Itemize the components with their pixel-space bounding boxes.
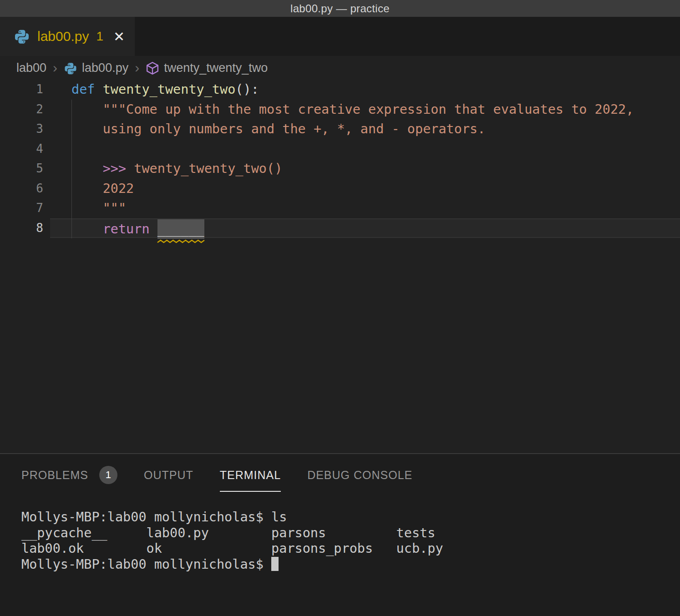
code-token: """ bbox=[71, 201, 126, 216]
line-number: 6 bbox=[0, 179, 43, 199]
panel-tab-label: DEBUG CONSOLE bbox=[307, 469, 412, 482]
code-editor[interactable]: 1def twenty_twenty_two():2 """Come up wi… bbox=[0, 80, 680, 453]
code-token bbox=[150, 222, 157, 237]
selected-placeholder: ______ bbox=[157, 219, 204, 239]
line-number: 1 bbox=[0, 80, 43, 100]
line-number: 8 bbox=[0, 218, 43, 238]
code-line-1[interactable]: 1def twenty_twenty_two(): bbox=[0, 80, 680, 100]
code-token: """Come up with the most creative expres… bbox=[103, 102, 634, 117]
line-number: 4 bbox=[0, 139, 43, 159]
editor-tab-lab00[interactable]: lab00.py 1 ✕ bbox=[0, 17, 135, 56]
code-line-3[interactable]: 3 using only numbers and the +, *, and -… bbox=[0, 119, 680, 139]
close-icon[interactable]: ✕ bbox=[113, 29, 125, 45]
code-line-5[interactable]: 5 >>> twenty_twenty_two() bbox=[0, 159, 680, 179]
line-number: 3 bbox=[0, 119, 43, 139]
code-line-6[interactable]: 6 2022 bbox=[0, 179, 680, 199]
problems-count-badge: 1 bbox=[99, 466, 117, 484]
tab-label: lab00.py bbox=[37, 29, 89, 44]
code-token: twenty_twenty_two bbox=[103, 82, 236, 97]
window-title: lab00.py — practice bbox=[290, 2, 390, 15]
line-number: 2 bbox=[0, 100, 43, 120]
code-token: 2022 bbox=[71, 181, 134, 196]
code-token: def bbox=[71, 82, 95, 97]
bottom-panel: PROBLEMS1OUTPUTTERMINALDEBUG CONSOLE Mol… bbox=[0, 453, 680, 616]
terminal-line: Mollys-MBP:lab00 mollynicholas$ bbox=[21, 557, 271, 572]
panel-tab-label: OUTPUT bbox=[144, 469, 193, 482]
code-token bbox=[71, 222, 103, 237]
code-text: return ______ bbox=[50, 218, 680, 238]
code-token: >>> bbox=[103, 161, 126, 176]
code-token: using only numbers and the +, *, and - o… bbox=[71, 121, 485, 136]
panel-tab-output[interactable]: OUTPUT bbox=[144, 469, 193, 492]
breadcrumb: lab00 › lab00.py › twenty_twenty_two bbox=[0, 56, 680, 80]
code-text: 2022 bbox=[43, 179, 680, 199]
warning-squiggle bbox=[157, 239, 204, 243]
line-number: 7 bbox=[0, 198, 43, 218]
terminal-line: __pycache__ lab00.py parsons tests bbox=[21, 525, 435, 540]
code-text: def twenty_twenty_two(): bbox=[43, 80, 680, 100]
panel-tab-bar: PROBLEMS1OUTPUTTERMINALDEBUG CONSOLE bbox=[0, 454, 680, 492]
breadcrumb-file[interactable]: lab00.py bbox=[82, 61, 128, 75]
panel-tab-terminal[interactable]: TERMINAL bbox=[220, 469, 281, 492]
code-line-4[interactable]: 4 bbox=[0, 139, 680, 159]
terminal-line: Mollys-MBP:lab00 mollynicholas$ ls bbox=[21, 510, 287, 525]
code-token bbox=[71, 161, 103, 176]
panel-tab-debug-console[interactable]: DEBUG CONSOLE bbox=[307, 469, 412, 492]
chevron-right-icon: › bbox=[53, 60, 57, 76]
line-number: 5 bbox=[0, 159, 43, 179]
code-token: return bbox=[103, 222, 150, 237]
code-token: twenty_twenty_two() bbox=[126, 161, 282, 176]
tab-bar: lab00.py 1 ✕ bbox=[0, 17, 680, 56]
code-text: """ bbox=[43, 198, 680, 218]
breadcrumb-symbol[interactable]: twenty_twenty_two bbox=[164, 61, 268, 75]
symbol-cube-icon bbox=[146, 61, 159, 75]
python-icon bbox=[14, 28, 30, 45]
panel-tab-label: PROBLEMS bbox=[21, 469, 88, 482]
code-line-2[interactable]: 2 """Come up with the most creative expr… bbox=[0, 100, 680, 120]
breadcrumb-folder[interactable]: lab00 bbox=[16, 61, 46, 75]
code-line-7[interactable]: 7 """ bbox=[0, 198, 680, 218]
code-text: >>> twenty_twenty_two() bbox=[43, 159, 680, 179]
terminal-line: lab00.ok ok parsons_probs ucb.py bbox=[21, 541, 443, 556]
tab-problems-count: 1 bbox=[96, 29, 103, 44]
code-text: using only numbers and the +, *, and - o… bbox=[43, 119, 680, 139]
terminal-cursor bbox=[271, 557, 279, 571]
code-line-8[interactable]: 8 return ______ bbox=[0, 218, 680, 238]
chevron-right-icon: › bbox=[135, 60, 139, 76]
code-token bbox=[71, 102, 103, 117]
panel-tab-problems[interactable]: PROBLEMS1 bbox=[21, 466, 117, 494]
code-text: """Come up with the most creative expres… bbox=[43, 100, 680, 120]
terminal-output[interactable]: Mollys-MBP:lab00 mollynicholas$ ls __pyc… bbox=[21, 510, 443, 572]
code-text bbox=[43, 139, 680, 159]
code-token: (): bbox=[235, 82, 259, 97]
vscode-window: lab00.py — practice lab00.py 1 ✕ lab00 ›… bbox=[0, 0, 680, 616]
code-lines: 1def twenty_twenty_two():2 """Come up wi… bbox=[0, 80, 680, 238]
panel-tab-label: TERMINAL bbox=[220, 469, 281, 482]
titlebar: lab00.py — practice bbox=[0, 0, 680, 17]
python-icon bbox=[64, 61, 77, 75]
code-token bbox=[95, 82, 102, 97]
